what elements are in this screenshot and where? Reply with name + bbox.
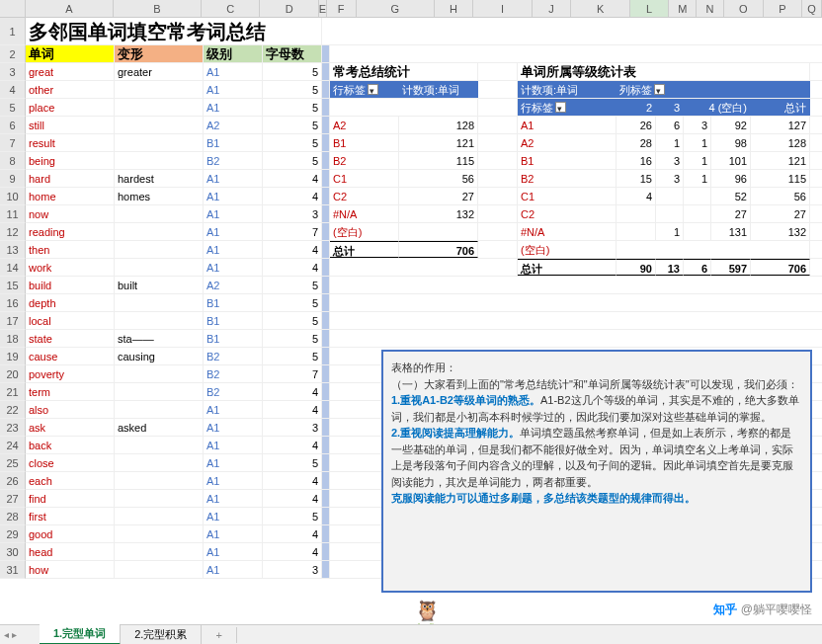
variant-cell[interactable]: asked (115, 419, 204, 436)
letters-cell[interactable]: 4 (263, 259, 322, 276)
level-cell[interactable]: A1 (204, 205, 263, 222)
word-cell[interactable]: state (26, 330, 115, 347)
level-cell[interactable]: A1 (204, 472, 263, 489)
level-cell[interactable]: B2 (204, 365, 263, 382)
word-cell[interactable]: still (26, 117, 115, 133)
letters-cell[interactable]: 4 (263, 472, 322, 489)
pivot2-h2[interactable]: 列标签 (616, 81, 810, 98)
variant-cell[interactable] (115, 472, 204, 489)
letters-cell[interactable]: 5 (263, 152, 322, 169)
level-cell[interactable]: B1 (204, 312, 263, 329)
word-cell[interactable]: place (26, 99, 115, 116)
pivot2-label[interactable]: B1 (518, 152, 616, 169)
variant-cell[interactable]: homes (115, 188, 204, 204)
letters-cell[interactable]: 3 (263, 419, 322, 436)
letters-cell[interactable]: 5 (263, 81, 322, 98)
word-cell[interactable]: good (26, 525, 115, 542)
variant-cell[interactable] (115, 365, 204, 382)
variant-cell[interactable] (115, 81, 204, 98)
level-cell[interactable]: A1 (204, 490, 263, 507)
pivot1-label[interactable]: #N/A (330, 205, 399, 222)
level-cell[interactable]: B1 (204, 294, 263, 311)
word-cell[interactable]: how (26, 561, 115, 578)
dropdown-icon[interactable] (555, 102, 566, 113)
letters-cell[interactable]: 5 (263, 330, 322, 347)
pivot1-label[interactable]: A2 (330, 117, 399, 133)
variant-cell[interactable] (115, 99, 204, 116)
variant-cell[interactable]: hardest (115, 170, 204, 187)
word-cell[interactable]: then (26, 241, 115, 258)
variant-cell[interactable] (115, 525, 204, 542)
word-cell[interactable]: local (26, 312, 115, 329)
variant-cell[interactable] (115, 152, 204, 169)
variant-cell[interactable]: greater (115, 63, 204, 80)
letters-cell[interactable]: 4 (263, 170, 322, 187)
variant-cell[interactable] (115, 543, 204, 560)
level-cell[interactable]: A1 (204, 508, 263, 524)
variant-cell[interactable] (115, 383, 204, 400)
letters-cell[interactable]: 5 (263, 134, 322, 151)
letters-cell[interactable]: 4 (263, 401, 322, 418)
word-cell[interactable]: result (26, 134, 115, 151)
row-headers[interactable]: 1234567891011121314151617181920212223242… (0, 18, 26, 579)
pivot2-label[interactable]: B2 (518, 170, 616, 187)
word-cell[interactable]: hard (26, 170, 115, 187)
variant-cell[interactable] (115, 454, 204, 471)
dropdown-icon[interactable] (654, 84, 665, 95)
word-cell[interactable]: term (26, 383, 115, 400)
letters-cell[interactable]: 5 (263, 508, 322, 524)
letters-cell[interactable]: 5 (263, 99, 322, 116)
pivot1-label[interactable]: (空白) (330, 223, 399, 240)
pivot2-label[interactable]: A1 (518, 117, 616, 133)
word-cell[interactable]: first (26, 508, 115, 524)
level-cell[interactable]: A1 (204, 401, 263, 418)
variant-cell[interactable] (115, 312, 204, 329)
pivot2-label[interactable]: A2 (518, 134, 616, 151)
word-cell[interactable]: reading (26, 223, 115, 240)
variant-cell[interactable] (115, 437, 204, 453)
pivot1-h1[interactable]: 行标签 (330, 81, 399, 98)
variant-cell[interactable]: sta—— (115, 330, 204, 347)
variant-cell[interactable] (115, 259, 204, 276)
tab-nav-icons[interactable]: ◂ ▸ (4, 629, 17, 640)
level-cell[interactable]: A1 (204, 188, 263, 204)
tab-2[interactable]: 2.完型积累 (121, 625, 202, 644)
letters-cell[interactable]: 4 (263, 383, 322, 400)
word-cell[interactable]: other (26, 81, 115, 98)
pivot1-label[interactable]: C2 (330, 188, 399, 204)
level-cell[interactable]: A1 (204, 419, 263, 436)
letters-cell[interactable]: 4 (263, 543, 322, 560)
word-cell[interactable]: poverty (26, 365, 115, 382)
letters-cell[interactable]: 4 (263, 437, 322, 453)
letters-cell[interactable]: 5 (263, 117, 322, 133)
level-cell[interactable]: A1 (204, 543, 263, 560)
word-cell[interactable]: back (26, 437, 115, 453)
variant-cell[interactable] (115, 294, 204, 311)
level-cell[interactable]: A1 (204, 81, 263, 98)
letters-cell[interactable]: 7 (263, 223, 322, 240)
word-cell[interactable]: depth (26, 294, 115, 311)
word-cell[interactable]: build (26, 277, 115, 293)
word-cell[interactable]: close (26, 454, 115, 471)
variant-cell[interactable] (115, 117, 204, 133)
word-cell[interactable]: cause (26, 348, 115, 364)
level-cell[interactable]: A2 (204, 117, 263, 133)
level-cell[interactable]: B2 (204, 383, 263, 400)
variant-cell[interactable] (115, 490, 204, 507)
letters-cell[interactable]: 4 (263, 241, 322, 258)
variant-cell[interactable]: causing (115, 348, 204, 364)
word-cell[interactable]: ask (26, 419, 115, 436)
letters-cell[interactable]: 4 (263, 188, 322, 204)
pivot2-label[interactable]: (空白) (518, 241, 616, 258)
word-cell[interactable]: each (26, 472, 115, 489)
variant-cell[interactable] (115, 223, 204, 240)
pivot1-label[interactable]: C1 (330, 170, 399, 187)
letters-cell[interactable]: 5 (263, 454, 322, 471)
level-cell[interactable]: B2 (204, 152, 263, 169)
level-cell[interactable]: A2 (204, 277, 263, 293)
pivot2-label[interactable]: #N/A (518, 223, 616, 240)
pivot2-label[interactable]: C2 (518, 205, 616, 222)
level-cell[interactable]: A1 (204, 63, 263, 80)
level-cell[interactable]: B1 (204, 330, 263, 347)
level-cell[interactable]: B1 (204, 134, 263, 151)
